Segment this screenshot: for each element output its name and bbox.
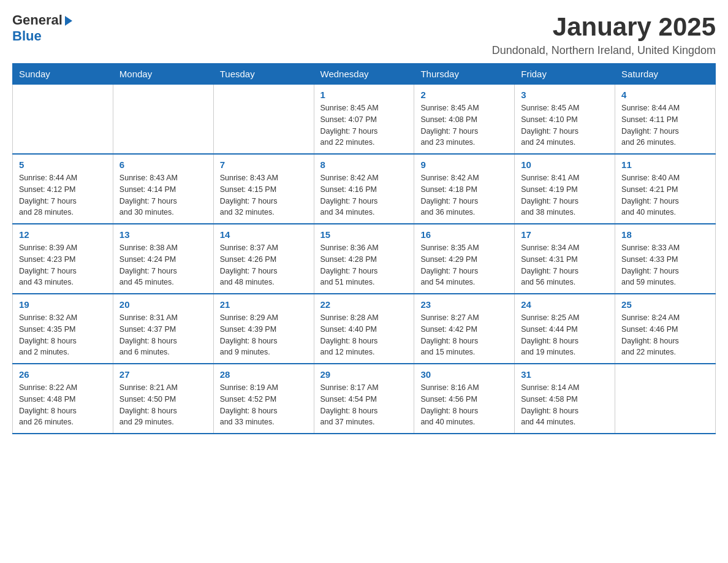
day-info: Sunrise: 8:43 AM Sunset: 4:15 PM Dayligh… <box>220 172 308 218</box>
day-number: 1 <box>320 90 408 100</box>
location-subtitle: Dundonald, Northern Ireland, United King… <box>492 44 716 57</box>
logo-general: General <box>12 12 63 28</box>
day-number: 13 <box>119 229 207 240</box>
calendar-week-row: 5Sunrise: 8:44 AM Sunset: 4:12 PM Daylig… <box>13 154 716 224</box>
day-info: Sunrise: 8:41 AM Sunset: 4:19 PM Dayligh… <box>521 172 609 218</box>
calendar-cell: 28Sunrise: 8:19 AM Sunset: 4:52 PM Dayli… <box>213 364 314 434</box>
weekday-header-saturday: Saturday <box>615 64 716 85</box>
day-number: 29 <box>320 369 408 380</box>
calendar-cell: 18Sunrise: 8:33 AM Sunset: 4:33 PM Dayli… <box>615 224 716 294</box>
svg-marker-0 <box>65 16 72 26</box>
title-area: January 2025 Dundonald, Northern Ireland… <box>492 12 716 57</box>
calendar-cell: 5Sunrise: 8:44 AM Sunset: 4:12 PM Daylig… <box>13 154 113 224</box>
day-number: 14 <box>220 229 308 240</box>
day-info: Sunrise: 8:38 AM Sunset: 4:24 PM Dayligh… <box>119 242 207 288</box>
calendar-cell: 22Sunrise: 8:28 AM Sunset: 4:40 PM Dayli… <box>314 294 414 364</box>
day-info: Sunrise: 8:24 AM Sunset: 4:46 PM Dayligh… <box>621 312 709 358</box>
day-info: Sunrise: 8:17 AM Sunset: 4:54 PM Dayligh… <box>320 382 408 428</box>
day-number: 30 <box>420 369 508 380</box>
day-number: 5 <box>19 159 107 170</box>
day-number: 6 <box>119 159 207 170</box>
day-info: Sunrise: 8:21 AM Sunset: 4:50 PM Dayligh… <box>119 382 207 428</box>
day-info: Sunrise: 8:42 AM Sunset: 4:18 PM Dayligh… <box>420 172 508 218</box>
day-number: 7 <box>220 159 308 170</box>
day-number: 18 <box>621 229 709 240</box>
calendar-cell: 10Sunrise: 8:41 AM Sunset: 4:19 PM Dayli… <box>515 154 615 224</box>
day-number: 22 <box>320 299 408 310</box>
day-number: 17 <box>521 229 609 240</box>
day-info: Sunrise: 8:19 AM Sunset: 4:52 PM Dayligh… <box>220 382 308 428</box>
day-info: Sunrise: 8:29 AM Sunset: 4:39 PM Dayligh… <box>220 312 308 358</box>
day-info: Sunrise: 8:45 AM Sunset: 4:10 PM Dayligh… <box>521 102 609 148</box>
day-info: Sunrise: 8:14 AM Sunset: 4:58 PM Dayligh… <box>521 382 609 428</box>
logo-triangle-icon <box>64 15 74 26</box>
calendar-week-row: 1Sunrise: 8:45 AM Sunset: 4:07 PM Daylig… <box>13 85 716 155</box>
calendar-cell: 3Sunrise: 8:45 AM Sunset: 4:10 PM Daylig… <box>515 85 615 155</box>
day-number: 16 <box>420 229 508 240</box>
logo-blue: Blue <box>12 28 42 44</box>
day-info: Sunrise: 8:40 AM Sunset: 4:21 PM Dayligh… <box>621 172 709 218</box>
calendar-cell <box>615 364 716 434</box>
day-info: Sunrise: 8:32 AM Sunset: 4:35 PM Dayligh… <box>19 312 107 358</box>
weekday-header-row: SundayMondayTuesdayWednesdayThursdayFrid… <box>13 64 716 85</box>
page-header: General Blue January 2025 Dundonald, Nor… <box>12 12 716 57</box>
calendar-cell: 15Sunrise: 8:36 AM Sunset: 4:28 PM Dayli… <box>314 224 414 294</box>
calendar-cell: 25Sunrise: 8:24 AM Sunset: 4:46 PM Dayli… <box>615 294 716 364</box>
calendar-cell: 27Sunrise: 8:21 AM Sunset: 4:50 PM Dayli… <box>113 364 213 434</box>
day-info: Sunrise: 8:35 AM Sunset: 4:29 PM Dayligh… <box>420 242 508 288</box>
calendar-cell: 30Sunrise: 8:16 AM Sunset: 4:56 PM Dayli… <box>414 364 515 434</box>
day-info: Sunrise: 8:36 AM Sunset: 4:28 PM Dayligh… <box>320 242 408 288</box>
weekday-header-friday: Friday <box>515 64 615 85</box>
day-info: Sunrise: 8:39 AM Sunset: 4:23 PM Dayligh… <box>19 242 107 288</box>
day-info: Sunrise: 8:45 AM Sunset: 4:07 PM Dayligh… <box>320 102 408 148</box>
calendar-cell: 6Sunrise: 8:43 AM Sunset: 4:14 PM Daylig… <box>113 154 213 224</box>
day-info: Sunrise: 8:43 AM Sunset: 4:14 PM Dayligh… <box>119 172 207 218</box>
day-number: 26 <box>19 369 107 380</box>
day-info: Sunrise: 8:16 AM Sunset: 4:56 PM Dayligh… <box>420 382 508 428</box>
day-number: 9 <box>420 159 508 170</box>
weekday-header-monday: Monday <box>113 64 213 85</box>
calendar-cell: 11Sunrise: 8:40 AM Sunset: 4:21 PM Dayli… <box>615 154 716 224</box>
calendar-cell: 8Sunrise: 8:42 AM Sunset: 4:16 PM Daylig… <box>314 154 414 224</box>
calendar-cell: 17Sunrise: 8:34 AM Sunset: 4:31 PM Dayli… <box>515 224 615 294</box>
calendar-header: SundayMondayTuesdayWednesdayThursdayFrid… <box>13 64 716 85</box>
calendar-cell <box>13 85 113 155</box>
calendar-cell: 31Sunrise: 8:14 AM Sunset: 4:58 PM Dayli… <box>515 364 615 434</box>
day-number: 31 <box>521 369 609 380</box>
day-number: 27 <box>119 369 207 380</box>
calendar-table: SundayMondayTuesdayWednesdayThursdayFrid… <box>12 63 716 434</box>
day-info: Sunrise: 8:33 AM Sunset: 4:33 PM Dayligh… <box>621 242 709 288</box>
day-number: 24 <box>521 299 609 310</box>
calendar-body: 1Sunrise: 8:45 AM Sunset: 4:07 PM Daylig… <box>13 85 716 434</box>
day-number: 3 <box>521 90 609 100</box>
day-number: 25 <box>621 299 709 310</box>
day-number: 2 <box>420 90 508 100</box>
calendar-cell: 21Sunrise: 8:29 AM Sunset: 4:39 PM Dayli… <box>213 294 314 364</box>
day-info: Sunrise: 8:28 AM Sunset: 4:40 PM Dayligh… <box>320 312 408 358</box>
weekday-header-sunday: Sunday <box>13 64 113 85</box>
day-info: Sunrise: 8:25 AM Sunset: 4:44 PM Dayligh… <box>521 312 609 358</box>
calendar-cell: 26Sunrise: 8:22 AM Sunset: 4:48 PM Dayli… <box>13 364 113 434</box>
weekday-header-thursday: Thursday <box>414 64 515 85</box>
calendar-cell: 13Sunrise: 8:38 AM Sunset: 4:24 PM Dayli… <box>113 224 213 294</box>
day-number: 20 <box>119 299 207 310</box>
weekday-header-wednesday: Wednesday <box>314 64 414 85</box>
calendar-cell <box>113 85 213 155</box>
calendar-cell: 9Sunrise: 8:42 AM Sunset: 4:18 PM Daylig… <box>414 154 515 224</box>
day-info: Sunrise: 8:44 AM Sunset: 4:12 PM Dayligh… <box>19 172 107 218</box>
day-info: Sunrise: 8:44 AM Sunset: 4:11 PM Dayligh… <box>621 102 709 148</box>
calendar-cell: 24Sunrise: 8:25 AM Sunset: 4:44 PM Dayli… <box>515 294 615 364</box>
calendar-week-row: 26Sunrise: 8:22 AM Sunset: 4:48 PM Dayli… <box>13 364 716 434</box>
calendar-cell: 4Sunrise: 8:44 AM Sunset: 4:11 PM Daylig… <box>615 85 716 155</box>
day-number: 28 <box>220 369 308 380</box>
month-title: January 2025 <box>492 12 716 42</box>
calendar-cell: 23Sunrise: 8:27 AM Sunset: 4:42 PM Dayli… <box>414 294 515 364</box>
calendar-cell: 19Sunrise: 8:32 AM Sunset: 4:35 PM Dayli… <box>13 294 113 364</box>
calendar-cell: 7Sunrise: 8:43 AM Sunset: 4:15 PM Daylig… <box>213 154 314 224</box>
day-info: Sunrise: 8:37 AM Sunset: 4:26 PM Dayligh… <box>220 242 308 288</box>
calendar-cell: 16Sunrise: 8:35 AM Sunset: 4:29 PM Dayli… <box>414 224 515 294</box>
day-number: 12 <box>19 229 107 240</box>
day-info: Sunrise: 8:31 AM Sunset: 4:37 PM Dayligh… <box>119 312 207 358</box>
weekday-header-tuesday: Tuesday <box>213 64 314 85</box>
day-number: 11 <box>621 159 709 170</box>
